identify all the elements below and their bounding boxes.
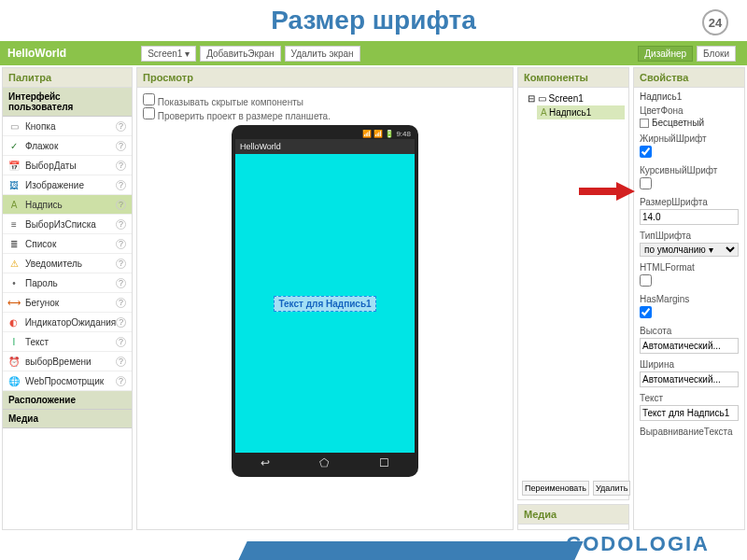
properties-title: Свойства xyxy=(634,68,744,88)
html-checkbox[interactable] xyxy=(640,274,652,287)
bold-checkbox[interactable] xyxy=(640,146,652,158)
align-label: ВыравниваниеТекста xyxy=(640,427,739,437)
palette-item-0[interactable]: ▭Кнопка? xyxy=(3,117,132,136)
tree-root[interactable]: ⊟ ▭ Screen1 xyxy=(522,91,625,105)
help-icon[interactable]: ? xyxy=(116,298,126,308)
palette-item-icon: ≡ xyxy=(8,218,20,230)
margins-checkbox[interactable] xyxy=(640,306,652,318)
palette-item-3[interactable]: 🖼Изображение? xyxy=(3,175,132,195)
palette-item-4[interactable]: AНадпись? xyxy=(3,195,132,215)
components-title: Компоненты xyxy=(518,68,628,88)
help-icon[interactable]: ? xyxy=(116,200,126,210)
palette-item-icon: ≣ xyxy=(8,238,20,249)
palette-item-label: Надпись xyxy=(25,200,116,210)
label-preview[interactable]: Текст для Надпись1 xyxy=(274,296,375,312)
phone-app-title: HelloWorld xyxy=(235,139,415,154)
palette-item-icon: ⚠ xyxy=(8,258,20,269)
palette-item-label: Изображение xyxy=(25,180,116,190)
footer-shape xyxy=(238,541,583,560)
palette-cat-media[interactable]: Медиа xyxy=(3,410,132,428)
home-icon: ⬠ xyxy=(319,456,329,469)
help-icon[interactable]: ? xyxy=(116,161,126,171)
help-icon[interactable]: ? xyxy=(116,219,126,230)
palette-item-13[interactable]: 🌐WebПросмотрщик? xyxy=(3,371,132,391)
text-input[interactable] xyxy=(640,405,739,421)
blocks-tab[interactable]: Блоки xyxy=(697,46,736,62)
palette-item-1[interactable]: ✓Флажок? xyxy=(3,136,132,156)
palette-item-6[interactable]: ≣Список? xyxy=(3,234,132,254)
margins-label: HasMargins xyxy=(640,294,739,304)
help-icon[interactable]: ? xyxy=(116,278,126,288)
palette-item-label: Текст xyxy=(25,337,116,347)
palette-item-12[interactable]: ⏰выборВремени? xyxy=(3,352,132,371)
help-icon[interactable]: ? xyxy=(116,317,126,328)
footer-logo: CODOLOGIA xyxy=(566,532,710,556)
help-icon[interactable]: ? xyxy=(116,259,126,269)
palette-cat-layout[interactable]: Расположение xyxy=(3,391,132,410)
palette-item-7[interactable]: ⚠Уведомитель? xyxy=(3,254,132,273)
screen-dropdown[interactable]: Screen1 ▾ xyxy=(141,46,196,62)
palette-item-icon: ▭ xyxy=(8,120,20,132)
viewer-panel: Просмотр Показывать скрытые компоненты П… xyxy=(136,67,514,530)
delete-button[interactable]: Удалить xyxy=(593,481,630,496)
height-input[interactable] xyxy=(640,338,739,354)
recent-icon: ☐ xyxy=(379,456,389,469)
palette-cat-ui[interactable]: Интерфейс пользователя xyxy=(3,88,132,117)
italic-label: КурсивныйШрифт xyxy=(640,165,739,175)
help-icon[interactable]: ? xyxy=(116,239,126,249)
palette-item-10[interactable]: ◐ИндикаторОжидания? xyxy=(3,313,132,332)
palette-item-8[interactable]: •Пароль? xyxy=(3,273,132,293)
width-input[interactable] xyxy=(640,371,739,387)
selected-component: Надпись1 xyxy=(640,91,739,102)
phone-navbar: ↩ ⬠ ☐ xyxy=(235,453,415,469)
width-label: Ширина xyxy=(640,359,739,370)
palette-item-11[interactable]: IТекст? xyxy=(3,332,132,352)
palette-item-label: ВыборИзСписка xyxy=(25,219,116,230)
fonttype-select[interactable]: по умолчанию ▾ xyxy=(640,243,739,257)
palette-item-icon: A xyxy=(8,199,20,210)
designer-tab[interactable]: Дизайнер xyxy=(638,46,693,62)
delete-screen-button[interactable]: Удалить экран xyxy=(285,46,360,62)
palette-item-icon: ✓ xyxy=(8,140,20,151)
help-icon[interactable]: ? xyxy=(116,376,126,386)
bold-label: ЖирныйШрифт xyxy=(640,133,739,144)
fontsize-label: РазмерШрифта xyxy=(640,197,739,207)
palette-item-9[interactable]: ⟷Бегунок? xyxy=(3,293,132,313)
palette-item-label: ВыборДаты xyxy=(25,161,116,171)
fonttype-label: ТипШрифта xyxy=(640,231,739,241)
tree-child-label[interactable]: A Надпись1 xyxy=(537,105,625,119)
palette-item-2[interactable]: 📅ВыборДаты? xyxy=(3,156,132,175)
palette-item-icon: 📅 xyxy=(8,160,20,171)
palette-item-5[interactable]: ≡ВыборИзСписка? xyxy=(3,215,132,234)
help-icon[interactable]: ? xyxy=(116,337,126,347)
tablet-preview-checkbox[interactable]: Проверить проект в размере планшета. xyxy=(143,107,331,121)
palette-item-label: WebПросмотрщик xyxy=(25,376,116,386)
media-panel: Медиа xyxy=(517,504,629,530)
palette-item-icon: 🖼 xyxy=(8,179,20,190)
help-icon[interactable]: ? xyxy=(116,180,126,190)
bgcolor-value[interactable]: Бесцветный xyxy=(640,118,704,128)
italic-checkbox[interactable] xyxy=(640,177,652,189)
palette-items: ▭Кнопка?✓Флажок?📅ВыборДаты?🖼Изображение?… xyxy=(3,117,132,391)
palette-item-label: Список xyxy=(25,239,116,249)
text-label: Текст xyxy=(640,393,739,403)
help-icon[interactable]: ? xyxy=(116,357,126,367)
fontsize-input[interactable] xyxy=(640,209,739,225)
phone-screen[interactable]: Текст для Надпись1 xyxy=(235,154,415,453)
phone-statusbar: 📶 📶 🔋 9:48 xyxy=(235,129,415,139)
rename-button[interactable]: Переименовать xyxy=(522,481,589,496)
show-hidden-checkbox[interactable]: Показывать скрытые компоненты xyxy=(143,93,331,107)
add-screen-button[interactable]: ДобавитьЭкран xyxy=(200,46,280,62)
viewer-title: Просмотр xyxy=(137,68,513,88)
components-panel: Компоненты ⊟ ▭ Screen1 A Надпись1 Переим… xyxy=(517,67,629,500)
top-toolbar: HelloWorld Screen1 ▾ ДобавитьЭкран Удали… xyxy=(0,41,747,65)
help-icon[interactable]: ? xyxy=(116,121,126,132)
palette-item-icon: • xyxy=(8,277,20,288)
project-name: HelloWorld xyxy=(7,47,66,60)
palette-panel: Палитра Интерфейс пользователя ▭Кнопка?✓… xyxy=(2,67,133,530)
bgcolor-label: ЦветФона xyxy=(640,105,739,116)
palette-item-label: ИндикаторОжидания xyxy=(25,317,117,328)
palette-item-icon: ⟷ xyxy=(8,297,20,308)
palette-item-icon: ◐ xyxy=(8,316,20,328)
help-icon[interactable]: ? xyxy=(116,141,126,151)
